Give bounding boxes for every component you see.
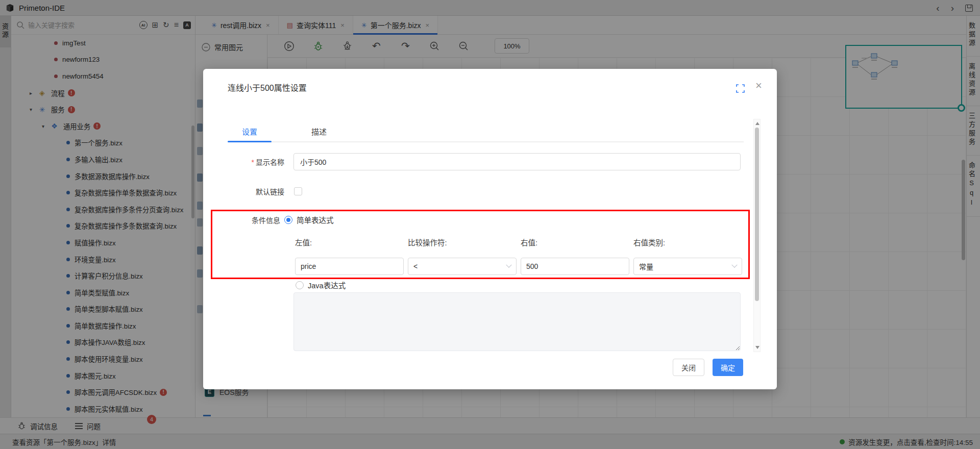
primeton-ide-window: Primeton-IDE ‹ › 资源 bbox=[0, 0, 980, 449]
condition-column-label: 比较操作符: bbox=[408, 237, 517, 247]
simple-expression-label: 简单表达式 bbox=[297, 214, 334, 225]
condition-column-label: 左值: bbox=[295, 237, 404, 247]
link-properties-dialog: 连线小于500属性设置 × 设置 描述 *显示名称 默认链接 条件信息 简单表达… bbox=[203, 69, 777, 389]
condition-column: 左值: price bbox=[295, 237, 404, 275]
default-link-checkbox[interactable] bbox=[294, 187, 302, 195]
ok-button[interactable]: 确定 bbox=[713, 359, 743, 376]
condition-column: 右值: 500 bbox=[521, 237, 629, 275]
active-tab-underline bbox=[228, 141, 272, 142]
tab-rail bbox=[228, 141, 744, 142]
condition-column-value: 常量 bbox=[639, 261, 732, 271]
condition-column-value: price bbox=[301, 262, 398, 270]
dialog-footer: 关闭 确定 bbox=[203, 355, 777, 389]
close-icon[interactable]: × bbox=[755, 80, 762, 91]
chevron-down-icon bbox=[731, 262, 737, 268]
dialog-tabs: 设置 描述 bbox=[228, 126, 341, 137]
tab-settings[interactable]: 设置 bbox=[228, 126, 272, 137]
condition-column-field[interactable]: 常量 bbox=[633, 258, 742, 275]
tab-description[interactable]: 描述 bbox=[297, 126, 341, 137]
display-name-label: *显示名称 bbox=[228, 157, 284, 167]
condition-column-field[interactable]: 500 bbox=[521, 258, 629, 275]
default-link-label: 默认链接 bbox=[228, 186, 284, 196]
condition-column-label: 右值: bbox=[521, 237, 629, 247]
condition-column: 比较操作符: < bbox=[408, 237, 517, 275]
chevron-down-icon bbox=[506, 262, 511, 268]
dialog-scrollbar-thumb[interactable] bbox=[755, 128, 759, 301]
scroll-down-icon[interactable] bbox=[755, 346, 760, 349]
display-name-input[interactable] bbox=[293, 153, 741, 170]
condition-columns: 左值: price 比较操作符: < bbox=[295, 237, 742, 275]
simple-expression-radio[interactable] bbox=[284, 216, 292, 224]
java-expression-textarea[interactable] bbox=[293, 292, 741, 351]
java-expression-radio[interactable] bbox=[296, 281, 304, 289]
java-expression-row: Java表达式 bbox=[296, 280, 346, 290]
required-mark: * bbox=[252, 158, 254, 166]
condition-column-label: 右值类别: bbox=[633, 237, 742, 247]
condition-label: 条件信息 bbox=[242, 215, 280, 225]
condition-head: 条件信息 简单表达式 bbox=[242, 214, 334, 225]
condition-column-field[interactable]: < bbox=[408, 258, 517, 275]
scroll-up-icon[interactable] bbox=[755, 122, 760, 125]
condition-column-value: < bbox=[413, 262, 507, 270]
default-link-row: 默认链接 bbox=[228, 186, 432, 196]
condition-section-highlight: 条件信息 简单表达式 左值: price 比较操作符: bbox=[211, 210, 750, 279]
java-expression-label: Java表达式 bbox=[308, 280, 346, 290]
close-button[interactable]: 关闭 bbox=[673, 359, 704, 376]
condition-column-value: 500 bbox=[526, 262, 624, 270]
condition-column: 右值类别: 常量 bbox=[633, 237, 742, 275]
dialog-scrollbar[interactable] bbox=[753, 119, 761, 352]
condition-column-field[interactable]: price bbox=[295, 258, 404, 275]
dialog-title: 连线小于500属性设置 bbox=[228, 81, 307, 93]
display-name-row: *显示名称 bbox=[228, 153, 741, 170]
fullscreen-icon[interactable] bbox=[736, 84, 745, 93]
